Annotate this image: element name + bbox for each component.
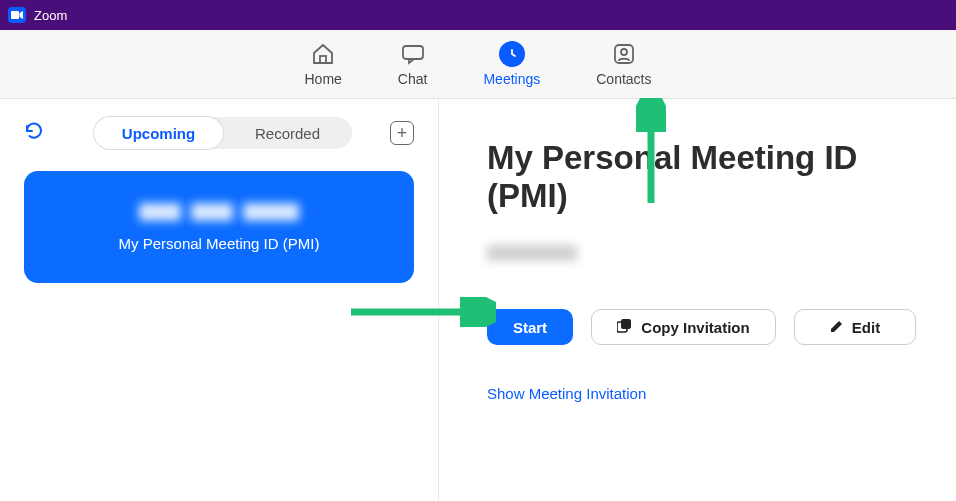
top-nav: Home Chat Meetings Contacts xyxy=(0,30,956,99)
titlebar: Zoom xyxy=(0,0,956,30)
pencil-icon xyxy=(830,319,844,336)
edit-button-label: Edit xyxy=(852,319,880,336)
pmi-id-redacted xyxy=(139,203,299,221)
detail-id-redacted xyxy=(487,245,916,261)
tab-upcoming[interactable]: Upcoming xyxy=(94,117,223,149)
start-button-label: Start xyxy=(513,319,547,336)
svg-rect-0 xyxy=(11,11,19,19)
add-meeting-button[interactable]: + xyxy=(390,121,414,145)
nav-contacts-label: Contacts xyxy=(596,71,651,87)
copy-button-label: Copy Invitation xyxy=(641,319,749,336)
show-invitation-link[interactable]: Show Meeting Invitation xyxy=(487,385,916,402)
refresh-button[interactable] xyxy=(24,121,44,145)
svg-point-4 xyxy=(621,49,627,55)
nav-meetings-label: Meetings xyxy=(483,71,540,87)
detail-title: My Personal Meeting ID (PMI) xyxy=(487,139,916,215)
edit-button[interactable]: Edit xyxy=(794,309,916,345)
pmi-card-label: My Personal Meeting ID (PMI) xyxy=(119,235,320,252)
action-buttons: Start Copy Invitation Edit xyxy=(487,309,916,345)
meetings-list-pane: Upcoming Recorded + My Personal Meeting … xyxy=(0,99,439,501)
meeting-detail-pane: My Personal Meeting ID (PMI) Start Copy … xyxy=(439,99,956,501)
copy-invitation-button[interactable]: Copy Invitation xyxy=(591,309,776,345)
tab-recorded-label: Recorded xyxy=(255,125,320,142)
svg-rect-2 xyxy=(403,46,423,59)
nav-chat-label: Chat xyxy=(398,71,428,87)
chat-icon xyxy=(400,41,426,67)
list-header: Upcoming Recorded + xyxy=(24,117,414,149)
nav-chat[interactable]: Chat xyxy=(398,41,428,87)
tab-recorded[interactable]: Recorded xyxy=(223,117,352,149)
pmi-meeting-card[interactable]: My Personal Meeting ID (PMI) xyxy=(24,171,414,283)
svg-rect-1 xyxy=(320,56,326,63)
content-area: Upcoming Recorded + My Personal Meeting … xyxy=(0,99,956,501)
svg-rect-6 xyxy=(621,319,631,329)
list-tabs: Upcoming Recorded xyxy=(94,117,352,149)
contacts-icon xyxy=(611,41,637,67)
nav-home-label: Home xyxy=(305,71,342,87)
home-icon xyxy=(310,41,336,67)
zoom-logo-icon xyxy=(8,7,26,23)
start-button[interactable]: Start xyxy=(487,309,573,345)
plus-icon: + xyxy=(397,124,408,142)
nav-contacts[interactable]: Contacts xyxy=(596,41,651,87)
app-title: Zoom xyxy=(34,8,67,23)
copy-icon xyxy=(617,319,633,336)
nav-home[interactable]: Home xyxy=(305,41,342,87)
clock-icon xyxy=(499,41,525,67)
svg-rect-3 xyxy=(615,45,633,63)
nav-meetings[interactable]: Meetings xyxy=(483,41,540,87)
tab-upcoming-label: Upcoming xyxy=(122,125,195,142)
